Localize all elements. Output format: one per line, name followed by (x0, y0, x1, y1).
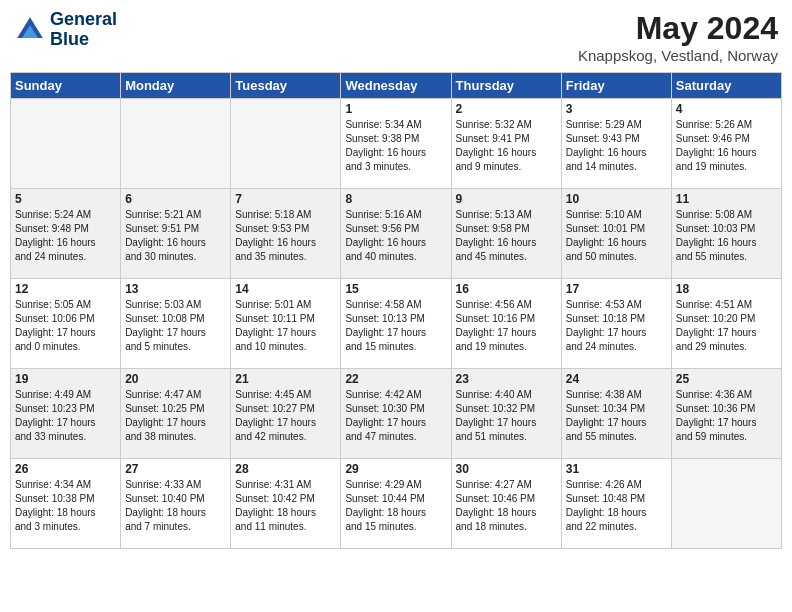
day-info: Sunrise: 4:49 AM Sunset: 10:23 PM Daylig… (15, 388, 116, 444)
calendar-cell: 23Sunrise: 4:40 AM Sunset: 10:32 PM Dayl… (451, 369, 561, 459)
calendar-cell: 10Sunrise: 5:10 AM Sunset: 10:01 PM Dayl… (561, 189, 671, 279)
weekday-header-saturday: Saturday (671, 73, 781, 99)
calendar-cell: 22Sunrise: 4:42 AM Sunset: 10:30 PM Dayl… (341, 369, 451, 459)
day-number: 29 (345, 462, 446, 476)
weekday-header-row: SundayMondayTuesdayWednesdayThursdayFrid… (11, 73, 782, 99)
calendar-week-row: 12Sunrise: 5:05 AM Sunset: 10:06 PM Dayl… (11, 279, 782, 369)
day-info: Sunrise: 5:03 AM Sunset: 10:08 PM Daylig… (125, 298, 226, 354)
day-info: Sunrise: 5:16 AM Sunset: 9:56 PM Dayligh… (345, 208, 446, 264)
day-number: 20 (125, 372, 226, 386)
day-info: Sunrise: 5:08 AM Sunset: 10:03 PM Daylig… (676, 208, 777, 264)
calendar-cell: 11Sunrise: 5:08 AM Sunset: 10:03 PM Dayl… (671, 189, 781, 279)
calendar-cell: 27Sunrise: 4:33 AM Sunset: 10:40 PM Dayl… (121, 459, 231, 549)
calendar-cell: 5Sunrise: 5:24 AM Sunset: 9:48 PM Daylig… (11, 189, 121, 279)
day-number: 11 (676, 192, 777, 206)
day-info: Sunrise: 4:31 AM Sunset: 10:42 PM Daylig… (235, 478, 336, 534)
calendar-cell: 30Sunrise: 4:27 AM Sunset: 10:46 PM Dayl… (451, 459, 561, 549)
calendar-cell: 25Sunrise: 4:36 AM Sunset: 10:36 PM Dayl… (671, 369, 781, 459)
day-number: 27 (125, 462, 226, 476)
logo: General Blue (14, 10, 117, 50)
day-info: Sunrise: 4:42 AM Sunset: 10:30 PM Daylig… (345, 388, 446, 444)
day-number: 6 (125, 192, 226, 206)
day-number: 18 (676, 282, 777, 296)
day-number: 7 (235, 192, 336, 206)
day-info: Sunrise: 4:26 AM Sunset: 10:48 PM Daylig… (566, 478, 667, 534)
calendar-week-row: 1Sunrise: 5:34 AM Sunset: 9:38 PM Daylig… (11, 99, 782, 189)
day-number: 10 (566, 192, 667, 206)
day-info: Sunrise: 4:47 AM Sunset: 10:25 PM Daylig… (125, 388, 226, 444)
calendar-cell: 13Sunrise: 5:03 AM Sunset: 10:08 PM Dayl… (121, 279, 231, 369)
day-info: Sunrise: 4:45 AM Sunset: 10:27 PM Daylig… (235, 388, 336, 444)
calendar-cell: 20Sunrise: 4:47 AM Sunset: 10:25 PM Dayl… (121, 369, 231, 459)
logo-text: General Blue (50, 10, 117, 50)
weekday-header-tuesday: Tuesday (231, 73, 341, 99)
weekday-header-monday: Monday (121, 73, 231, 99)
calendar-cell: 2Sunrise: 5:32 AM Sunset: 9:41 PM Daylig… (451, 99, 561, 189)
calendar-cell: 29Sunrise: 4:29 AM Sunset: 10:44 PM Dayl… (341, 459, 451, 549)
day-number: 21 (235, 372, 336, 386)
day-info: Sunrise: 4:38 AM Sunset: 10:34 PM Daylig… (566, 388, 667, 444)
calendar-cell: 6Sunrise: 5:21 AM Sunset: 9:51 PM Daylig… (121, 189, 231, 279)
day-number: 28 (235, 462, 336, 476)
day-number: 26 (15, 462, 116, 476)
day-info: Sunrise: 5:26 AM Sunset: 9:46 PM Dayligh… (676, 118, 777, 174)
day-number: 8 (345, 192, 446, 206)
day-info: Sunrise: 5:13 AM Sunset: 9:58 PM Dayligh… (456, 208, 557, 264)
page-header: General Blue May 2024 Knappskog, Vestlan… (10, 10, 782, 64)
day-info: Sunrise: 5:18 AM Sunset: 9:53 PM Dayligh… (235, 208, 336, 264)
day-number: 3 (566, 102, 667, 116)
calendar-cell: 31Sunrise: 4:26 AM Sunset: 10:48 PM Dayl… (561, 459, 671, 549)
calendar-cell: 21Sunrise: 4:45 AM Sunset: 10:27 PM Dayl… (231, 369, 341, 459)
calendar-week-row: 19Sunrise: 4:49 AM Sunset: 10:23 PM Dayl… (11, 369, 782, 459)
day-info: Sunrise: 5:05 AM Sunset: 10:06 PM Daylig… (15, 298, 116, 354)
calendar-cell: 26Sunrise: 4:34 AM Sunset: 10:38 PM Dayl… (11, 459, 121, 549)
day-info: Sunrise: 4:58 AM Sunset: 10:13 PM Daylig… (345, 298, 446, 354)
day-info: Sunrise: 4:53 AM Sunset: 10:18 PM Daylig… (566, 298, 667, 354)
calendar-cell: 1Sunrise: 5:34 AM Sunset: 9:38 PM Daylig… (341, 99, 451, 189)
day-info: Sunrise: 4:33 AM Sunset: 10:40 PM Daylig… (125, 478, 226, 534)
day-info: Sunrise: 5:01 AM Sunset: 10:11 PM Daylig… (235, 298, 336, 354)
day-number: 12 (15, 282, 116, 296)
logo-icon (14, 14, 46, 46)
calendar-cell: 12Sunrise: 5:05 AM Sunset: 10:06 PM Dayl… (11, 279, 121, 369)
day-number: 24 (566, 372, 667, 386)
title-block: May 2024 Knappskog, Vestland, Norway (578, 10, 778, 64)
day-info: Sunrise: 5:32 AM Sunset: 9:41 PM Dayligh… (456, 118, 557, 174)
day-info: Sunrise: 4:36 AM Sunset: 10:36 PM Daylig… (676, 388, 777, 444)
logo-line2: Blue (50, 30, 117, 50)
calendar-cell: 28Sunrise: 4:31 AM Sunset: 10:42 PM Dayl… (231, 459, 341, 549)
day-info: Sunrise: 5:24 AM Sunset: 9:48 PM Dayligh… (15, 208, 116, 264)
day-info: Sunrise: 4:29 AM Sunset: 10:44 PM Daylig… (345, 478, 446, 534)
logo-line1: General (50, 10, 117, 30)
day-number: 15 (345, 282, 446, 296)
day-info: Sunrise: 5:10 AM Sunset: 10:01 PM Daylig… (566, 208, 667, 264)
day-number: 4 (676, 102, 777, 116)
calendar-cell: 24Sunrise: 4:38 AM Sunset: 10:34 PM Dayl… (561, 369, 671, 459)
day-number: 31 (566, 462, 667, 476)
calendar-cell (231, 99, 341, 189)
calendar-cell: 7Sunrise: 5:18 AM Sunset: 9:53 PM Daylig… (231, 189, 341, 279)
calendar-cell: 17Sunrise: 4:53 AM Sunset: 10:18 PM Dayl… (561, 279, 671, 369)
day-number: 13 (125, 282, 226, 296)
day-info: Sunrise: 5:34 AM Sunset: 9:38 PM Dayligh… (345, 118, 446, 174)
day-number: 30 (456, 462, 557, 476)
calendar-cell: 16Sunrise: 4:56 AM Sunset: 10:16 PM Dayl… (451, 279, 561, 369)
calendar-cell: 9Sunrise: 5:13 AM Sunset: 9:58 PM Daylig… (451, 189, 561, 279)
day-number: 9 (456, 192, 557, 206)
day-info: Sunrise: 5:29 AM Sunset: 9:43 PM Dayligh… (566, 118, 667, 174)
calendar-week-row: 26Sunrise: 4:34 AM Sunset: 10:38 PM Dayl… (11, 459, 782, 549)
day-info: Sunrise: 4:34 AM Sunset: 10:38 PM Daylig… (15, 478, 116, 534)
calendar-cell: 15Sunrise: 4:58 AM Sunset: 10:13 PM Dayl… (341, 279, 451, 369)
calendar-cell: 3Sunrise: 5:29 AM Sunset: 9:43 PM Daylig… (561, 99, 671, 189)
day-info: Sunrise: 5:21 AM Sunset: 9:51 PM Dayligh… (125, 208, 226, 264)
day-number: 19 (15, 372, 116, 386)
weekday-header-wednesday: Wednesday (341, 73, 451, 99)
calendar-cell: 4Sunrise: 5:26 AM Sunset: 9:46 PM Daylig… (671, 99, 781, 189)
calendar-cell: 18Sunrise: 4:51 AM Sunset: 10:20 PM Dayl… (671, 279, 781, 369)
day-number: 22 (345, 372, 446, 386)
day-number: 2 (456, 102, 557, 116)
day-number: 23 (456, 372, 557, 386)
calendar-week-row: 5Sunrise: 5:24 AM Sunset: 9:48 PM Daylig… (11, 189, 782, 279)
day-number: 14 (235, 282, 336, 296)
month-year: May 2024 (578, 10, 778, 47)
